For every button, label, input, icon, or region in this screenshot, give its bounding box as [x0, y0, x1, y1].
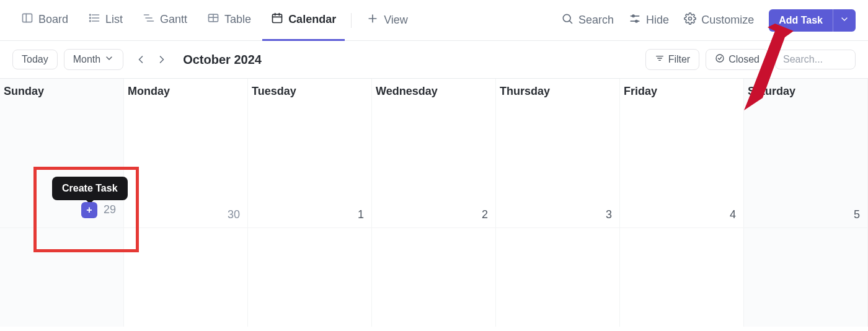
calendar-grid: Sunday Monday Tuesday Wednesday Thursday…	[0, 78, 868, 327]
plus-icon	[366, 12, 379, 28]
table-icon	[207, 12, 219, 27]
closed-label: Closed	[728, 54, 760, 65]
date-5: 5	[852, 206, 861, 224]
gear-icon	[684, 12, 696, 28]
cal-cell-tue-1[interactable]: 1	[248, 104, 372, 227]
svg-point-30	[716, 55, 724, 62]
weekday-sat: Saturday	[744, 79, 868, 104]
hide-label: Hide	[646, 14, 669, 27]
weekday-fri: Friday	[620, 79, 744, 104]
date-4: 4	[728, 206, 737, 224]
svg-point-6	[90, 17, 91, 19]
tab-table-label: Table	[224, 13, 251, 26]
svg-point-26	[689, 17, 692, 20]
filter-button[interactable]: Filter	[645, 49, 700, 70]
date-1: 1	[356, 206, 365, 224]
weekday-sun: Sunday	[0, 79, 124, 104]
cal-cell-fri-4[interactable]: 4	[620, 104, 744, 227]
create-task-tooltip: Create Task	[52, 177, 128, 200]
cal-cell-sat-5[interactable]: 5	[744, 104, 868, 227]
calendar-row-0: Create Task + 29 30 1 2 3 4 5	[0, 104, 868, 227]
date-29: 29	[102, 201, 117, 219]
calendar-icon	[271, 12, 283, 27]
board-icon	[21, 12, 33, 27]
weekday-thu: Thursday	[496, 79, 620, 104]
search-placeholder: Search...	[783, 54, 823, 64]
tab-list-label: List	[105, 13, 123, 26]
search-label: Search	[578, 14, 614, 27]
cal-cell[interactable]	[0, 227, 124, 327]
svg-line-21	[570, 21, 572, 24]
tab-table[interactable]: Table	[198, 0, 260, 41]
svg-rect-0	[23, 14, 32, 22]
date-2: 2	[480, 206, 489, 224]
svg-point-5	[90, 14, 91, 15]
add-task-button: Add Task	[769, 9, 856, 32]
tab-gantt[interactable]: Gantt	[134, 0, 196, 41]
weekday-mon: Monday	[124, 79, 248, 104]
today-label: Today	[22, 54, 48, 65]
cal-cell-sun-29[interactable]: Create Task + 29	[0, 104, 124, 227]
tab-gantt-label: Gantt	[160, 13, 187, 26]
tab-calendar-label: Calendar	[288, 13, 336, 26]
check-circle-icon	[715, 53, 725, 66]
customize-label: Customize	[701, 14, 754, 27]
gantt-icon	[143, 12, 155, 27]
hide-button[interactable]: Hide	[622, 9, 675, 32]
month-title: October 2024	[183, 53, 262, 67]
period-label: Month	[73, 54, 100, 65]
plus-icon: +	[86, 205, 92, 216]
chevron-down-icon	[839, 14, 849, 27]
calendar-search-input[interactable]: Search...	[775, 50, 856, 69]
cal-cell-wed-2[interactable]: 2	[372, 104, 496, 227]
month-nav	[132, 51, 170, 68]
weekday-header: Sunday Monday Tuesday Wednesday Thursday…	[0, 79, 868, 104]
create-task-on-date-button[interactable]: +	[81, 202, 97, 218]
search-button[interactable]: Search	[555, 9, 620, 32]
add-task-dropdown[interactable]	[833, 9, 856, 32]
tab-list[interactable]: List	[79, 0, 131, 41]
customize-button[interactable]: Customize	[678, 9, 760, 32]
sliders-icon	[629, 12, 641, 28]
cal-cell-mon-30[interactable]: 30	[124, 104, 248, 227]
svg-point-20	[563, 14, 570, 22]
weekday-wed: Wednesday	[372, 79, 496, 104]
cal-cell-thu-3[interactable]: 3	[496, 104, 620, 227]
prev-month-button[interactable]	[132, 51, 149, 68]
tab-calendar[interactable]: Calendar	[262, 0, 345, 41]
cal-cell[interactable]	[124, 227, 248, 327]
list-icon	[88, 12, 100, 27]
weekday-tue: Tuesday	[248, 79, 372, 104]
calendar-toolbar: Today Month October 2024 Filter Closed S…	[0, 41, 868, 78]
cal-cell[interactable]	[496, 227, 620, 327]
tab-board[interactable]: Board	[12, 0, 77, 41]
cal-cell[interactable]	[620, 227, 744, 327]
svg-point-7	[90, 20, 91, 22]
period-select[interactable]: Month	[64, 49, 123, 70]
filter-icon	[655, 53, 665, 66]
today-button[interactable]: Today	[12, 50, 58, 69]
chevron-down-icon	[104, 53, 114, 66]
view-tabs: Board List Gantt Table Calendar View	[0, 0, 868, 41]
closed-button[interactable]: Closed	[706, 49, 769, 70]
add-view-label: View	[384, 14, 408, 27]
cal-cell[interactable]	[372, 227, 496, 327]
add-view-button[interactable]: View	[358, 9, 417, 32]
next-month-button[interactable]	[153, 51, 170, 68]
add-task-main[interactable]: Add Task	[769, 9, 833, 32]
add-task-label: Add Task	[779, 15, 823, 26]
date-30: 30	[226, 206, 241, 224]
date-3: 3	[604, 206, 613, 224]
divider	[351, 13, 352, 28]
cal-cell[interactable]	[248, 227, 372, 327]
cal-cell[interactable]	[744, 227, 868, 327]
calendar-row-1	[0, 227, 868, 327]
filter-label: Filter	[668, 54, 691, 65]
svg-rect-14	[273, 14, 282, 22]
tab-board-label: Board	[38, 13, 68, 26]
search-icon	[561, 12, 574, 28]
